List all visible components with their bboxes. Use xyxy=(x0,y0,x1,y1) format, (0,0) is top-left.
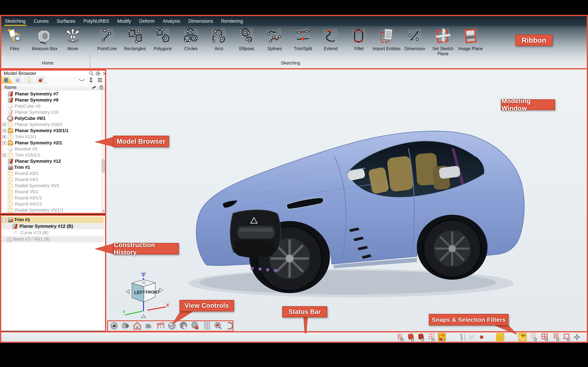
tab-dimensions[interactable]: Dimensions xyxy=(188,18,213,24)
fillet-button[interactable]: Fillet xyxy=(344,27,374,67)
tree-row[interactable]: Planar Symmetry #9 xyxy=(2,97,100,103)
close-icon[interactable] xyxy=(102,71,105,76)
filter-points-icon[interactable] xyxy=(428,333,436,341)
tree-row[interactable]: Round #4/1/1 xyxy=(2,201,100,207)
tab-scene[interactable] xyxy=(1,76,12,83)
tree-row[interactable]: Radial Symmetry #5/1/1 xyxy=(2,207,100,213)
snap-window-icon[interactable] xyxy=(541,333,549,341)
expander-icon[interactable] xyxy=(2,129,6,133)
rotate-view-icon[interactable] xyxy=(225,321,234,330)
history-row[interactable]: Planar Symmetry #12 (B) xyxy=(1,223,104,229)
history-row[interactable]: Curve #73 (B) xyxy=(1,229,104,236)
tree-scrollbar[interactable] xyxy=(101,91,105,213)
tree-row[interactable]: Revolve #5 xyxy=(2,146,100,152)
tab-rendering[interactable]: Rendering xyxy=(221,18,243,24)
goto-arrow-icon[interactable] xyxy=(92,85,96,90)
import-entities-button[interactable]: Import Entities xyxy=(371,27,402,67)
expand-collapse-icon[interactable] xyxy=(88,77,94,83)
tab-polynurbs[interactable]: PolyNURBS xyxy=(84,18,109,24)
tree-row[interactable]: Round #4/1 xyxy=(2,176,100,183)
history-row[interactable]: Trim #1 xyxy=(1,217,104,223)
plane-view-icon[interactable] xyxy=(190,321,199,330)
home-view-icon[interactable] xyxy=(133,321,142,330)
files-button[interactable]: Files xyxy=(0,27,30,67)
search-icon[interactable] xyxy=(89,71,94,76)
tab-layers[interactable] xyxy=(13,76,24,83)
camera-view-icon[interactable] xyxy=(121,321,130,330)
tab-deform[interactable]: Deform xyxy=(139,18,155,24)
tree-row[interactable]: Radial Symmetry #5/1 xyxy=(2,183,100,189)
tree-row[interactable]: Trim #15/1/1 xyxy=(2,152,100,158)
snap-move-icon[interactable] xyxy=(477,333,486,341)
pan-view-icon[interactable] xyxy=(179,321,188,330)
snap-grid-icon[interactable] xyxy=(552,333,561,341)
filter-all-icon[interactable] xyxy=(438,333,446,341)
snap-pointcloud-icon[interactable] xyxy=(530,333,538,341)
arcs-button[interactable]: Arcs xyxy=(204,27,234,67)
tree-row[interactable]: Round #3/1 xyxy=(2,170,100,176)
scrollbar-thumb[interactable] xyxy=(102,159,105,173)
expander-icon[interactable] xyxy=(2,218,6,222)
tab-modify[interactable]: Modify xyxy=(117,18,131,24)
tree-column-header[interactable]: Name xyxy=(1,84,105,91)
lock-icon[interactable] xyxy=(99,84,104,90)
grid-toggle-icon[interactable] xyxy=(202,321,211,330)
name-column-header[interactable]: Name xyxy=(4,84,17,90)
tab-sketching[interactable]: Sketching xyxy=(5,18,26,24)
rotate-down-arrow-icon[interactable] xyxy=(141,315,146,318)
tab-lights[interactable] xyxy=(25,76,35,83)
tree-row[interactable]: PolyCube #9/1 xyxy=(2,115,100,121)
tree-row[interactable]: Round #3/1/1 xyxy=(2,195,100,201)
table-view-icon[interactable] xyxy=(156,321,165,330)
snap-origin-icon[interactable] xyxy=(573,333,581,341)
scroll-down-icon[interactable] xyxy=(101,209,105,213)
set-sketch-plane-button[interactable]: Set Sketch Plane xyxy=(428,27,458,67)
view-cube[interactable]: LEFT FRONT Z Y X xyxy=(121,268,170,320)
tree-row[interactable]: Planar Symmetry #7 xyxy=(2,91,100,97)
polygons-button[interactable]: Polygons xyxy=(147,27,178,67)
snap-axes-icon[interactable] xyxy=(496,333,504,341)
orbit-view-icon[interactable] xyxy=(110,321,119,330)
rotate-left-arrow-icon[interactable] xyxy=(126,290,129,294)
expander-icon[interactable] xyxy=(2,123,6,126)
tree-row[interactable]: Trim #1 xyxy=(2,164,100,170)
filter-patches-icon[interactable] xyxy=(417,333,425,341)
point-line-button[interactable]: Point/Line xyxy=(92,27,122,67)
zoom-box-icon[interactable] xyxy=(214,321,223,330)
snap-curves-icon[interactable] xyxy=(459,333,468,341)
tree-row[interactable]: PolyCube #9 xyxy=(2,103,100,109)
circles-button[interactable]: Circles xyxy=(175,27,206,67)
curve-filter-icon[interactable] xyxy=(78,78,85,82)
snap-solids-icon[interactable] xyxy=(467,333,475,341)
filter-surfaces-icon[interactable] xyxy=(407,333,415,341)
tree-row[interactable]: Planar Symmetry #10 xyxy=(2,109,100,115)
find-binoculars-icon[interactable] xyxy=(95,71,101,76)
image-plane-icon xyxy=(462,27,479,45)
tab-analysis[interactable]: Analysis xyxy=(163,18,181,24)
tree-row[interactable]: Planar Symmetry #10/1/1 xyxy=(2,128,100,134)
expander-icon[interactable] xyxy=(2,153,6,157)
history-row[interactable]: Bend #3 / #0/1 (B) xyxy=(1,236,104,242)
globe-view-icon[interactable] xyxy=(167,321,176,330)
list-view-icon[interactable] xyxy=(97,77,103,83)
tree-row[interactable]: Planar Symmetry #2/1 xyxy=(2,140,100,146)
expander-icon[interactable] xyxy=(2,141,6,145)
tab-materials[interactable] xyxy=(36,76,47,83)
rotate-right-arrow-icon[interactable] xyxy=(160,288,163,292)
tree-row[interactable]: Round #5/1 xyxy=(2,189,100,195)
extend-button[interactable]: Extend xyxy=(315,27,346,67)
tree-row[interactable]: Trim #15/1 xyxy=(2,134,100,140)
rectangles-button[interactable]: Rectangles xyxy=(120,27,150,67)
tab-surfaces[interactable]: Surfaces xyxy=(57,18,75,24)
snap-coords-zyx-icon[interactable]: zyx xyxy=(518,333,527,341)
tree-row[interactable]: Planar Symmetry #10/1 xyxy=(2,121,100,128)
tree-row[interactable]: Planar Symmetry #12 xyxy=(2,158,100,164)
snapshot-icon[interactable] xyxy=(144,321,153,330)
snap-region-icon[interactable] xyxy=(563,333,571,341)
expander-icon[interactable] xyxy=(2,135,6,139)
dimension-button[interactable]: Dimension xyxy=(399,27,430,67)
filter-curves-icon[interactable] xyxy=(397,333,405,341)
ellipses-button[interactable]: Ellipses xyxy=(231,27,262,67)
tab-curves[interactable]: Curves xyxy=(34,18,49,24)
image-plane-button[interactable]: Image Plane xyxy=(455,27,486,67)
